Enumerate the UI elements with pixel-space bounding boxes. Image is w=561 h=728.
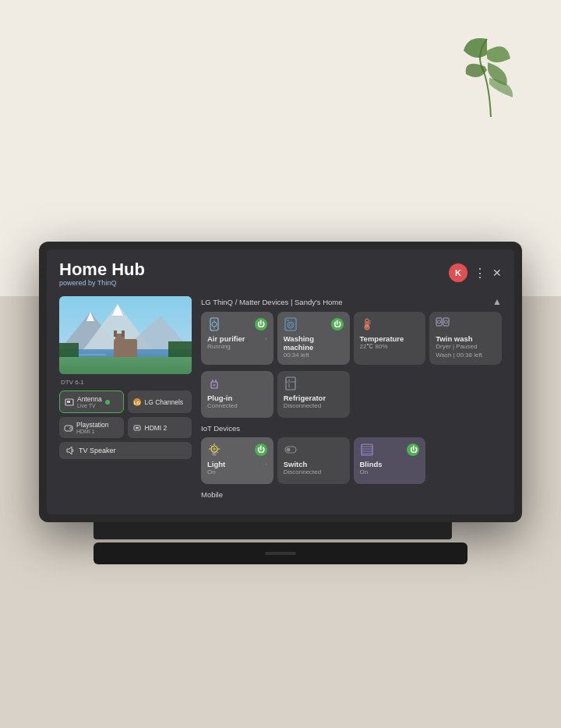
device-card-washing-machine[interactable]: ⏻ Washing machine 00:34 left (277, 312, 350, 365)
mobile-section-label: Mobile (201, 490, 502, 499)
playstation-icon (64, 423, 73, 433)
light-chevron: › (265, 461, 267, 468)
powered-by-label: powered by (59, 279, 96, 287)
refrigerator-status: Disconnected (284, 402, 344, 409)
light-power[interactable]: ⏻ (255, 444, 267, 456)
svg-line-54 (210, 445, 212, 447)
svg-rect-15 (67, 401, 70, 403)
svg-rect-18 (65, 426, 72, 431)
speaker-icon (65, 446, 75, 455)
tv-soundbar (94, 542, 468, 564)
antenna-label: Antenna (77, 395, 102, 403)
hub-subtitle: powered by ThinQ (59, 279, 145, 287)
tv-preview-image (59, 296, 192, 374)
iot-devices-grid: ⏻ Light › On (201, 437, 502, 484)
plugin-name: Plug-in (207, 394, 267, 402)
svg-rect-12 (59, 343, 79, 374)
hub-header: Home Hub powered by ThinQ K ⋮ ✕ (59, 260, 502, 287)
air-purifier-name: Air purifier (207, 334, 245, 343)
blinds-power[interactable]: ⏻ (407, 444, 419, 456)
svg-point-19 (70, 427, 72, 429)
air-purifier-icon (207, 317, 221, 331)
plant-decoration (460, 23, 522, 117)
switch-name: Switch (284, 460, 344, 468)
thinq-devices-grid-row1: ⏻ Air purifier › Running (201, 312, 502, 365)
source-item-playstation[interactable]: Playstation HDMI 1 (59, 417, 124, 438)
twin-wash-name: Twin wash (436, 334, 496, 343)
hub-close-button[interactable]: ✕ (492, 267, 502, 279)
svg-rect-38 (443, 318, 449, 326)
antenna-icon (65, 398, 74, 407)
source-grid: Antenna Live TV LG LG Channels (59, 391, 192, 438)
air-purifier-chevron: › (265, 335, 267, 342)
air-purifier-status: Running (207, 343, 267, 350)
svg-point-29 (289, 323, 292, 327)
hdmi2-label: HDMI 2 (145, 424, 168, 432)
device-card-refrigerator[interactable]: Refrigerator Disconnected (277, 371, 350, 418)
svg-point-34 (365, 326, 369, 329)
speaker-item[interactable]: TV Speaker (59, 442, 192, 459)
hub-menu-button[interactable]: ⋮ (474, 266, 486, 281)
iot-section-label: IoT Devices (201, 424, 502, 433)
hdmi2-icon (132, 423, 142, 433)
light-icon (207, 443, 221, 457)
thinq-devices-grid-row2: Plug-in Connected (201, 371, 502, 418)
svg-text:LG: LG (133, 401, 140, 405)
svg-line-55 (217, 451, 219, 453)
tv-frame: Home Hub powered by ThinQ K ⋮ ✕ (39, 242, 522, 522)
blinds-name: Blinds (360, 460, 420, 468)
svg-rect-7 (114, 330, 117, 337)
svg-point-39 (438, 320, 441, 323)
thinq-section-header: LG ThinQ / Matter Devices | Sandy's Home… (201, 296, 502, 307)
tv-preview-thumbnail[interactable] (59, 296, 192, 374)
tv-container: Home Hub powered by ThinQ K ⋮ ✕ (39, 242, 522, 564)
svg-point-56 (213, 447, 216, 451)
hub-avatar[interactable]: K (449, 263, 468, 282)
tv-channel-label: DTV 6-1 (59, 379, 192, 386)
svg-marker-22 (67, 447, 72, 454)
svg-rect-13 (168, 341, 192, 374)
washing-machine-status: 00:34 left (284, 352, 344, 359)
temperature-status: 22℃ 80% (360, 343, 420, 350)
twin-wash-status: Dryer | PausedWash | 00:38 left (436, 343, 496, 359)
svg-point-24 (212, 322, 217, 327)
tv-scene-svg (59, 296, 192, 374)
lgchannels-label: LG Channels (145, 398, 184, 406)
hub-title-block: Home Hub powered by ThinQ (59, 260, 145, 287)
svg-rect-21 (136, 427, 139, 429)
home-hub-ui: Home Hub powered by ThinQ K ⋮ ✕ (47, 249, 514, 514)
device-card-blinds[interactable]: ⏻ Blinds On (354, 437, 426, 484)
hub-body: DTV 6-1 Antenna Live TV (59, 296, 502, 499)
svg-rect-30 (287, 320, 289, 321)
refrigerator-name: Refrigerator (284, 394, 344, 402)
washing-machine-name: Washing machine (284, 334, 344, 352)
air-purifier-power[interactable]: ⏻ (255, 318, 267, 330)
antenna-sublabel: Live TV (77, 403, 102, 408)
temperature-icon (360, 317, 374, 331)
device-card-plugin[interactable]: Plug-in Connected (201, 371, 273, 418)
device-card-air-purifier[interactable]: ⏻ Air purifier › Running (201, 312, 273, 365)
speaker-label: TV Speaker (79, 447, 116, 454)
device-card-switch[interactable]: Switch Disconnected (277, 437, 350, 484)
source-item-antenna[interactable]: Antenna Live TV (59, 391, 124, 413)
source-item-lgchannels[interactable]: LG LG Channels (128, 391, 192, 413)
source-item-hdmi2[interactable]: HDMI 2 (128, 417, 192, 438)
playstation-label: Playstation (76, 421, 109, 429)
svg-point-40 (445, 320, 448, 323)
tv-screen: Home Hub powered by ThinQ K ⋮ ✕ (47, 249, 514, 514)
thinq-brand: ThinQ (97, 279, 117, 287)
hub-left-panel: DTV 6-1 Antenna Live TV (59, 296, 192, 499)
device-card-light[interactable]: ⏻ Light › On (201, 437, 273, 484)
washing-machine-power[interactable]: ⏻ (331, 318, 344, 330)
blinds-status: On (360, 468, 420, 475)
device-card-temperature[interactable]: Temperature 22℃ 80% (354, 312, 426, 365)
thinq-collapse-button[interactable]: ▲ (492, 296, 502, 307)
antenna-active-dot (105, 400, 110, 405)
device-card-twin-wash[interactable]: Twin wash Dryer | PausedWash | 00:38 lef… (429, 312, 502, 365)
thinq-section-title: LG ThinQ / Matter Devices | Sandy's Home (201, 298, 343, 306)
lgchannels-icon: LG (132, 398, 142, 407)
refrigerator-icon (284, 376, 298, 391)
plugin-icon (207, 376, 221, 391)
light-status: On (207, 468, 267, 475)
temperature-name: Temperature (360, 334, 420, 343)
